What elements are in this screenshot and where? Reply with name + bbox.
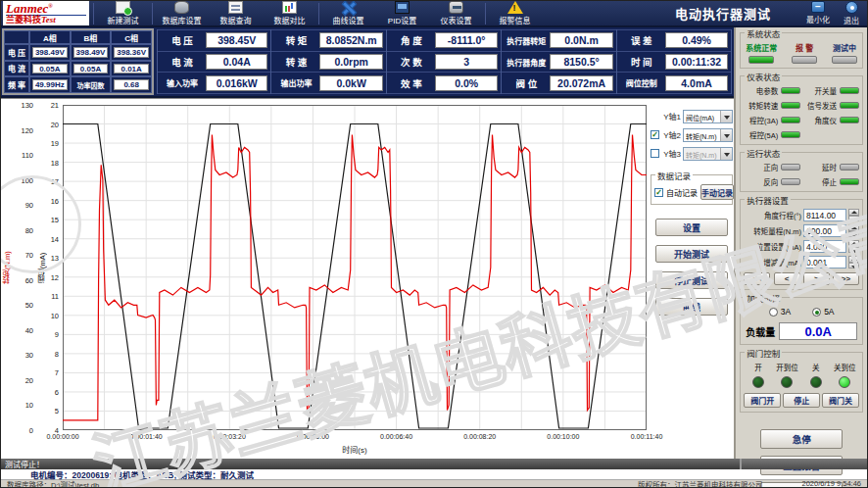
readings-column: 转 矩8.0852N.m转 速0.0rpm输出功率0.0kW: [271, 29, 386, 94]
actuator-field-input[interactable]: 8114.00: [803, 209, 846, 221]
position-step-button-0[interactable]: <<: [744, 272, 770, 285]
run-status-group: 运行状态 正向延时反向停止: [740, 152, 863, 192]
status-led: [748, 56, 774, 64]
minimize-button[interactable]: − 最小化: [806, 1, 830, 25]
actuator-field-input[interactable]: 100.00: [803, 224, 846, 237]
axis-select-Y轴3[interactable]: 转矩(N.m): [683, 147, 733, 161]
auto-record-checkbox[interactable]: ✓: [654, 188, 663, 197]
position-step-button-1[interactable]: <: [774, 272, 800, 285]
toolbar-button-label: 新建测试: [108, 15, 139, 25]
axis-checkbox-Y轴3[interactable]: [651, 149, 659, 158]
curve-settings-icon: [341, 1, 356, 14]
spinner-control[interactable]: [848, 256, 859, 268]
valve-led: [810, 376, 822, 388]
axis-tick-label: 11: [51, 292, 59, 301]
toolbar-button-数据库设置[interactable]: 数据库设置: [155, 1, 209, 25]
toolbar-button-PID设置[interactable]: PID设置: [375, 1, 429, 25]
data-record-group: 数据记录 ✓ 自动记录 手动记录: [651, 174, 733, 205]
reading-cell: 输出功率0.0kW: [271, 73, 385, 94]
instrument-status-item: 信号发送: [802, 100, 859, 111]
minimize-label: 最小化: [806, 14, 830, 24]
axis-tick-label: 16: [51, 197, 59, 206]
phase-current-label: 电 流: [4, 61, 29, 77]
axis-tick-label: 130: [21, 101, 33, 110]
reading-label: 次 数: [390, 55, 433, 69]
radio-icon: [769, 308, 778, 317]
valve-axis-label: 阀位(mA): [37, 105, 47, 430]
toolbar-button-数据对比[interactable]: 数据对比: [263, 1, 316, 25]
valve-button-阀门开[interactable]: 阀门开: [744, 393, 781, 408]
axis-select-Y轴2[interactable]: 转矩(N.m): [683, 128, 733, 142]
spinner-down-icon[interactable]: [848, 263, 859, 269]
app-logo: Lanmec® 兰菱科技Test: [3, 1, 89, 25]
data-compare-icon: [282, 1, 297, 14]
run-status-item: 停止: [802, 176, 859, 187]
valve-led: [752, 376, 764, 388]
chart-controls: Y轴1阀位(mA)✓Y轴2转矩(N.m)Y轴3转矩(N.m) 数据记录 ✓ 自动…: [648, 99, 736, 459]
toolbar-button-新建测试[interactable]: 新建测试: [96, 1, 150, 25]
toolbar-button-仪表设置[interactable]: 仪表设置: [429, 1, 483, 25]
reading-value: -8111.0°: [435, 32, 498, 48]
spinner-control[interactable]: [848, 224, 859, 237]
reading-cell: 阀 位20.072mA: [502, 73, 615, 94]
manual-record-button[interactable]: 手动记录: [700, 184, 734, 200]
action-button-开始测试[interactable]: 开始测试: [655, 245, 728, 263]
load-radio-5A[interactable]: 5A: [812, 307, 834, 317]
emergency-button-急停[interactable]: 急停: [760, 429, 843, 449]
axis-select-Y轴1[interactable]: 阀位(mA): [683, 110, 733, 123]
valve-indicator-label: 关到位: [834, 362, 856, 372]
toolbar-button-报警信息[interactable]: 报警信息: [488, 1, 542, 25]
logo-text-cn: 兰菱科技: [6, 15, 41, 24]
valve-button-停止[interactable]: 停止: [783, 393, 820, 408]
instrument-status-title: 仪表状态: [745, 71, 782, 82]
valve-button-阀门关[interactable]: 阀门关: [822, 393, 859, 408]
toolbar-button-数据查询[interactable]: 数据查询: [209, 1, 263, 25]
phase-freq-value: 49.99Hz: [32, 79, 68, 90]
axis-checkbox-Y轴2[interactable]: ✓: [651, 130, 659, 139]
instrument-status-label: 角度仪: [815, 115, 838, 125]
pid-settings-icon: [395, 1, 410, 14]
message-bar-right: [740, 459, 867, 469]
status-led: [781, 178, 800, 185]
actuator-field-input[interactable]: 4.000: [803, 240, 846, 253]
instrument-status-label: 电参数: [756, 85, 779, 96]
toolbar-button-曲线设置[interactable]: 曲线设置: [321, 1, 375, 25]
action-button-设置[interactable]: 设置: [655, 219, 728, 236]
spinner-down-icon[interactable]: [848, 231, 859, 238]
axis-select-value: 转矩(N.m): [684, 148, 720, 160]
spinner-down-icon[interactable]: [848, 216, 859, 222]
actuator-field-label: 增减量(mA): [744, 257, 801, 268]
time-tick-label: 0.00:01:40: [130, 433, 163, 440]
action-button-停止测试[interactable]: 停止测试: [655, 271, 728, 289]
actuator-field-label: 位置设置(mA): [744, 241, 801, 252]
phase-header-c: C相: [111, 30, 152, 44]
status-led: [781, 87, 800, 94]
spinner-control[interactable]: [848, 240, 859, 253]
status-led: [781, 164, 800, 171]
position-step-button-2[interactable]: >: [803, 272, 830, 285]
toolbar-button-label: 数据库设置: [163, 15, 202, 25]
position-step-button-3[interactable]: >>: [833, 272, 859, 285]
axis-tick-label: 10: [51, 312, 59, 320]
actuator-field-input[interactable]: 0.001: [803, 256, 846, 268]
axis-control-row: Y轴3转矩(N.m): [651, 146, 733, 161]
axis-tick-label: 120: [21, 126, 33, 135]
axis-tick-label: 20: [51, 121, 59, 129]
time-tick-label: 0.00:00:00: [46, 433, 78, 440]
reading-value: 0.49%: [665, 32, 728, 48]
exit-button[interactable]: 退出: [844, 1, 859, 25]
reading-value: 0.0%: [435, 75, 498, 91]
actuator-settings-group: 执行器设置 角度行程(°)8114.00转矩量程(N.m)100.00位置设置(…: [740, 199, 863, 290]
axis-tick-label: 14: [51, 235, 59, 244]
instrument-status-item: 角度仪: [802, 115, 859, 125]
status-led: [781, 117, 800, 123]
instrument-status-group: 仪表状态 电参数开关量转矩转速信号发送程控(3A)角度仪程控(5A): [740, 75, 863, 145]
action-button-曲线[interactable]: 曲线: [655, 298, 728, 316]
axis-tick-label: 40: [25, 326, 33, 335]
radio-icon: [812, 308, 821, 317]
reading-label: 阀 位: [505, 76, 548, 90]
spinner-down-icon[interactable]: [848, 247, 859, 254]
load-radio-3A[interactable]: 3A: [769, 307, 791, 317]
axis-tick-label: 8: [55, 350, 59, 359]
spinner-control[interactable]: [848, 209, 859, 221]
